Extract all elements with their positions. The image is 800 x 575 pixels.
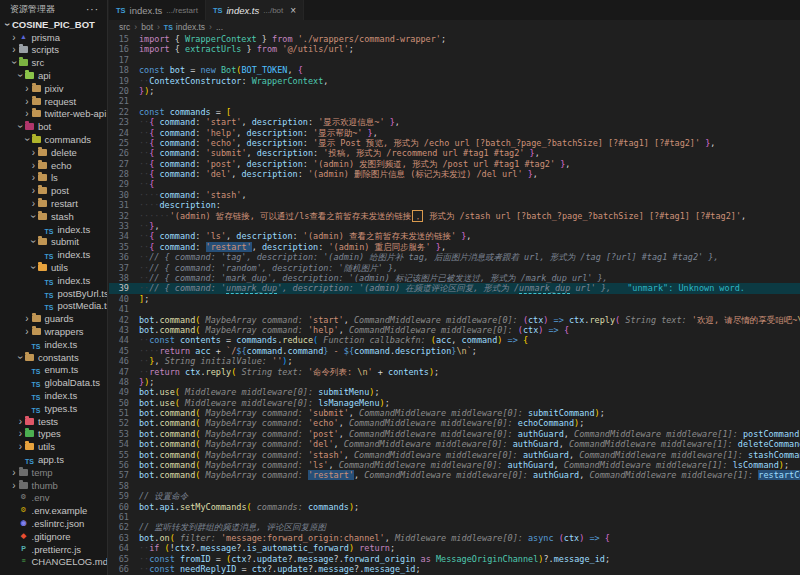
code-line-59[interactable]: 59// 设置命令 (109, 491, 800, 501)
code-line-24[interactable]: 24··{ command: 'help', description: '显示帮… (109, 128, 800, 138)
tree-folder-src[interactable]: ›src (0, 56, 107, 69)
code-line-60[interactable]: 60bot.api.setMyCommands( commands: comma… (109, 502, 800, 512)
breadcrumb-item-...[interactable]: ... (216, 22, 223, 32)
tree-folder-tests[interactable]: ›tests (0, 415, 107, 428)
tree-folder-types[interactable]: ›types (0, 428, 107, 441)
breadcrumb-item-index.ts[interactable]: TSindex.ts (164, 22, 205, 32)
tree-file-index.ts[interactable]: TSindex.ts (0, 274, 107, 287)
code-line-61[interactable]: 61 (109, 512, 800, 522)
tree-folder-scripts[interactable]: ›scripts (0, 44, 107, 57)
tree-folder-bot[interactable]: ›bot (0, 120, 107, 133)
tree-folder-wrappers[interactable]: ›wrappers (0, 325, 107, 338)
tree-file-.eslintrc.json[interactable]: ◉.eslintrc.json (0, 517, 107, 530)
code-line-39[interactable]: 39··// { command: 'unmark_dup', descript… (109, 283, 800, 293)
code-line-18[interactable]: 18const bot = new Bot(BOT_TOKEN, { (109, 65, 800, 75)
code-line-22[interactable]: 22const commands = [ (109, 107, 800, 117)
code-line-45[interactable]: 45····return acc + `/${command.command} … (109, 346, 800, 356)
code-line-31[interactable]: 31····description: (109, 200, 800, 210)
tree-folder-twitter-web-api[interactable]: ›twitter-web-api (0, 108, 107, 121)
tree-folder-stash[interactable]: ›stash (0, 210, 107, 223)
tree-folder-thumb[interactable]: ›thumb (0, 479, 107, 492)
tree-folder-echo[interactable]: ›echo (0, 159, 107, 172)
tree-file-index.ts[interactable]: TSindex.ts (0, 338, 107, 351)
code-line-58[interactable]: 58 (109, 481, 800, 491)
code-line-23[interactable]: 23··{ command: 'start', description: '显示… (109, 117, 800, 127)
code-line-49[interactable]: 49bot.use( Middleware middleware[0]: sub… (109, 387, 800, 397)
code-line-62[interactable]: 62// 监听转发到群组的频道消息, 评论区回复原图 (109, 522, 800, 532)
code-line-42[interactable]: 42bot.command( MaybeArray command: 'star… (109, 315, 800, 325)
breadcrumb-item-bot[interactable]: bot (141, 22, 153, 32)
code-line-64[interactable]: 64··if (!ctx?.message?.is_automatic_forw… (109, 543, 800, 553)
code-line-51[interactable]: 51bot.command( MaybeArray command: 'subm… (109, 408, 800, 418)
tree-folder-request[interactable]: ›request (0, 95, 107, 108)
code-line-66[interactable]: 66··const needReplyID = ctx?.update?.mes… (109, 564, 800, 574)
tree-folder-utils[interactable]: ›utils (0, 261, 107, 274)
more-actions-icon[interactable]: ··· (86, 4, 99, 15)
code-line-20[interactable]: 20}); (109, 86, 800, 96)
code-line-50[interactable]: 50bot.use( Middleware middleware[0]: lsM… (109, 398, 800, 408)
tree-file-CHANGELOG.md[interactable]: ≡CHANGELOG.md (0, 555, 107, 568)
tree-folder-api[interactable]: ›api (0, 69, 107, 82)
code-line-27[interactable]: 27··{ command: 'post', description: '(ad… (109, 159, 800, 169)
code-editor[interactable]: 15import { WrapperContext } from './wrap… (109, 34, 800, 575)
code-line-52[interactable]: 52bot.command( MaybeArray command: 'echo… (109, 418, 800, 428)
code-line-44[interactable]: 44··const contents = commands.reduce( Fu… (109, 335, 800, 345)
code-line-26[interactable]: 26··{ command: 'submit', description: '投… (109, 148, 800, 158)
tree-folder-guards[interactable]: ›guards (0, 312, 107, 325)
tree-file-globalData.ts[interactable]: TSglobalData.ts (0, 376, 107, 389)
tree-file-.env.example[interactable]: ⚙.env.example (0, 504, 107, 517)
code-line-19[interactable]: 19··ContextConstructor: WrapperContext, (109, 76, 800, 86)
code-line-65[interactable]: 65··const fromID = (ctx?.update?.message… (109, 554, 800, 564)
tree-file-.env[interactable]: ⚙.env (0, 491, 107, 504)
tree-file-index.ts[interactable]: TSindex.ts (0, 248, 107, 261)
tree-file-.prettierrc.js[interactable]: P.prettierrc.js (0, 543, 107, 556)
code-line-41[interactable]: 41 (109, 304, 800, 314)
tree-folder-prisma[interactable]: ›▲prisma (0, 31, 107, 44)
tab-index.ts-restart[interactable]: TSindex.ts.../restart (109, 0, 206, 20)
tree-folder-temp[interactable]: ›temp (0, 466, 107, 479)
code-line-21[interactable]: 21 (109, 96, 800, 106)
tree-file-enum.ts[interactable]: TSenum.ts (0, 364, 107, 377)
tree-file-index.ts[interactable]: TSindex.ts (0, 389, 107, 402)
code-line-37[interactable]: 37··// { command: 'random', description:… (109, 263, 800, 273)
tree-file-index.ts[interactable]: TSindex.ts (0, 223, 107, 236)
tree-folder-utils[interactable]: ›utils (0, 440, 107, 453)
code-line-33[interactable]: 33··}, (109, 221, 800, 231)
code-line-15[interactable]: 15import { WrapperContext } from './wrap… (109, 34, 800, 44)
code-line-17[interactable]: 17 (109, 55, 800, 65)
close-icon[interactable]: × (290, 5, 296, 16)
code-line-47[interactable]: 47··return ctx.reply( String text: '命令列表… (109, 367, 800, 377)
tree-folder-ls[interactable]: ›ls (0, 172, 107, 185)
code-line-57[interactable]: 57bot.command( MaybeArray command: 'rest… (109, 470, 800, 480)
code-line-46[interactable]: 46··}, String initialValue: ''); (109, 356, 800, 366)
code-line-56[interactable]: 56bot.command( MaybeArray command: 'ls',… (109, 460, 800, 470)
code-line-48[interactable]: 48}); (109, 377, 800, 387)
code-line-53[interactable]: 53bot.command( MaybeArray command: 'post… (109, 429, 800, 439)
tree-folder-delete[interactable]: ›delete (0, 146, 107, 159)
code-line-38[interactable]: 38··// { command: 'mark_dup', descriptio… (109, 273, 800, 283)
tree-file-postByUrl.ts[interactable]: TSpostByUrl.ts (0, 287, 107, 300)
tree-folder-post[interactable]: ›post (0, 184, 107, 197)
tree-folder-submit[interactable]: ›submit (0, 236, 107, 249)
code-line-30[interactable]: 30····command: 'stash', (109, 190, 800, 200)
code-line-32[interactable]: 32······'(admin) 暂存链接, 可以通过/ls查看之前暂存未发送的… (109, 211, 800, 221)
code-line-34[interactable]: 34··{ command: 'ls', description: '(admi… (109, 231, 800, 241)
code-line-28[interactable]: 28··{ command: 'del', description: '(adm… (109, 169, 800, 179)
tree-file-.gitignore[interactable]: ◆.gitignore (0, 530, 107, 543)
code-line-63[interactable]: 63bot.on( filter: 'message:forward_origi… (109, 533, 800, 543)
tree-file-postMedia.ts[interactable]: TSpostMedia.ts (0, 300, 107, 313)
tree-folder-constants[interactable]: ›constants (0, 351, 107, 364)
code-line-55[interactable]: 55bot.command( MaybeArray command: 'stas… (109, 450, 800, 460)
code-line-43[interactable]: 43bot.command( MaybeArray command: 'help… (109, 325, 800, 335)
tree-file-app.ts[interactable]: TSapp.ts (0, 453, 107, 466)
tree-folder-commands[interactable]: ›commands (0, 133, 107, 146)
tree-file-COSINE_PIC_BOT[interactable]: ›COSINE_PIC_BOT (0, 18, 107, 31)
code-line-16[interactable]: 16import { extractUrls } from '@/utils/u… (109, 44, 800, 54)
code-line-40[interactable]: 40]; (109, 294, 800, 304)
code-line-29[interactable]: 29··{ (109, 179, 800, 189)
code-line-35[interactable]: 35··{ command: 'restart', description: '… (109, 242, 800, 252)
tree-folder-restart[interactable]: ›restart (0, 197, 107, 210)
tree-file-types.ts[interactable]: TStypes.ts (0, 402, 107, 415)
breadcrumb-item-src[interactable]: src (119, 22, 130, 32)
code-line-54[interactable]: 54bot.command( MaybeArray command: 'del'… (109, 439, 800, 449)
